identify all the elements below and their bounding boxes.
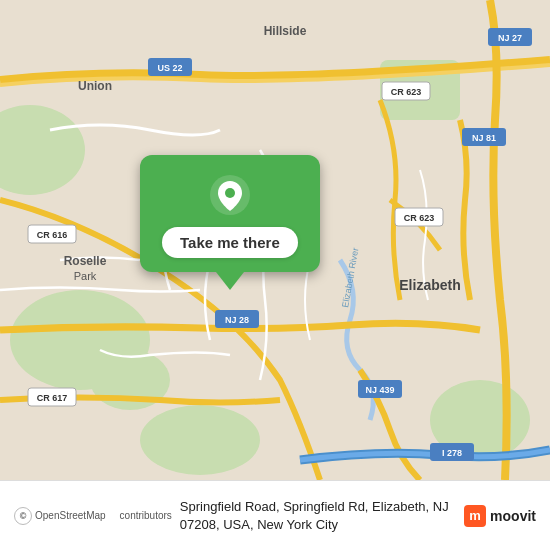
moovit-icon: m	[464, 505, 486, 527]
svg-text:NJ 81: NJ 81	[472, 133, 496, 143]
svg-text:CR 617: CR 617	[37, 393, 68, 403]
svg-text:Park: Park	[74, 270, 97, 282]
svg-text:NJ 439: NJ 439	[365, 385, 394, 395]
location-pin-icon	[208, 173, 252, 217]
svg-point-34	[225, 188, 235, 198]
osm-label: OpenStreetMap	[35, 510, 106, 521]
take-me-there-button[interactable]: Take me there	[162, 227, 298, 258]
svg-text:Hillside: Hillside	[264, 24, 307, 38]
bottom-bar: © OpenStreetMap contributors Springfield…	[0, 480, 550, 550]
map-callout: Take me there	[140, 155, 320, 290]
osm-circle-icon: ©	[14, 507, 32, 525]
svg-text:Roselle: Roselle	[64, 254, 107, 268]
svg-text:Elizabeth: Elizabeth	[399, 277, 460, 293]
osm-logo: © OpenStreetMap	[14, 507, 106, 525]
address-text: Springfield Road, Springfield Rd, Elizab…	[180, 498, 456, 533]
svg-text:I 278: I 278	[442, 448, 462, 458]
svg-text:CR 616: CR 616	[37, 230, 68, 240]
callout-box: Take me there	[140, 155, 320, 272]
svg-text:CR 623: CR 623	[404, 213, 435, 223]
contributors-label: contributors	[120, 510, 172, 521]
svg-text:NJ 28: NJ 28	[225, 315, 249, 325]
svg-text:NJ 27: NJ 27	[498, 33, 522, 43]
svg-text:Union: Union	[78, 79, 112, 93]
callout-arrow	[216, 272, 244, 290]
svg-text:US 22: US 22	[157, 63, 182, 73]
moovit-label: moovit	[490, 508, 536, 524]
svg-text:CR 623: CR 623	[391, 87, 422, 97]
svg-point-2	[140, 405, 260, 475]
moovit-logo: m moovit	[464, 505, 536, 527]
map-container: US 22 NJ 27 NJ 81 CR 623 CR 623 NJ 28 CR…	[0, 0, 550, 480]
